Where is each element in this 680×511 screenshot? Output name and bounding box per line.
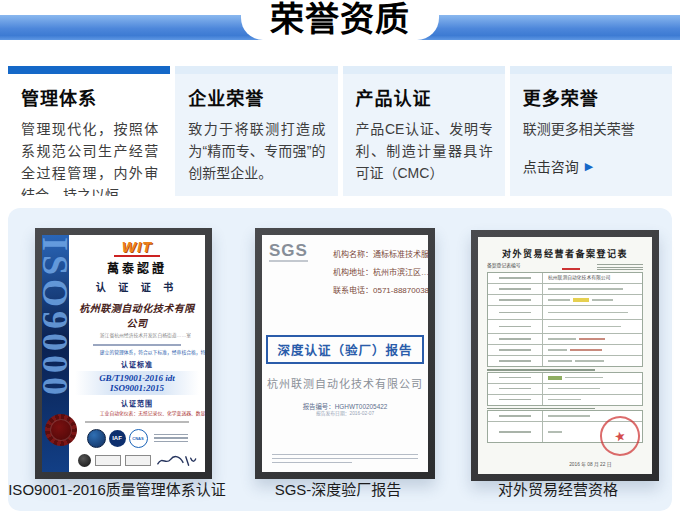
certificate-trade-registration: 对外贸易经营者备案登记表 备案登记表编号 杭州联测自动化技术有限公司 — [471, 230, 659, 481]
sgs-report-page: SGS 机构名称：通标标准技术服务有限公司杭州分公司 机构地址：杭州市滨江区……… — [262, 235, 428, 472]
signature-icon — [155, 453, 197, 469]
certificate-iso9001: ISO9000 WIT 萬泰認證 认 证 证 书 杭州联测自动化技术有限公司 浙… — [35, 228, 212, 479]
active-tab-bar — [8, 66, 170, 74]
sgs-logo: SGS — [269, 243, 308, 262]
table-row — [488, 373, 642, 383]
form-table: 杭州联测自动化技术有限公司 — [487, 272, 643, 367]
trade-form-page: 对外贸易经营者备案登记表 备案登记表编号 杭州联测自动化技术有限公司 — [478, 237, 652, 474]
scope-text: 工业自动化仪表：无纸记录仪、化学变送器、数显控制器的生产 — [100, 411, 174, 415]
tab-company-honors[interactable]: 企业荣誉 致力于将联测打造成为“精而专、专而强”的创新型企业。 — [175, 66, 337, 196]
table-row — [488, 294, 642, 305]
table-row — [488, 394, 642, 405]
logo-side-text-lines — [154, 434, 188, 443]
table-row — [488, 319, 642, 333]
wit-logo-underline — [114, 255, 160, 257]
table-row — [488, 333, 642, 344]
agency-phone-line: 联系电话：0571-88870038 — [333, 286, 428, 295]
agency-address-line: 机构地址：杭州市滨江区……产品园9号楼3楼 — [333, 268, 428, 277]
wit-globe-icon — [87, 429, 106, 448]
form-date: 2016 年 08 月 22 日 — [569, 462, 611, 466]
agency-name-line: 机构名称：通标标准技术服务有限公司杭州分公司 — [333, 250, 428, 259]
red-rosette-seal-icon — [45, 414, 77, 446]
table-row — [488, 355, 642, 366]
report-number: 报告编号：HGHWT00205422 — [279, 402, 412, 408]
feature-tabs: 管理体系 管理现代化，按照体系规范公司生产经营全过程管理，内外审结合，持之以恒。… — [8, 66, 672, 196]
iaf-logo-icon: IAF — [109, 430, 126, 447]
report-date: 报告发布日期：2016-02-07 — [295, 411, 395, 415]
fine-print-lines — [272, 451, 418, 463]
tab-product-certification[interactable]: 产品认证 产品CE认证、发明专利、制造计量器具许可证（CMC） — [343, 66, 505, 196]
certificate-sgs: SGS 机构名称：通标标准技术服务有限公司杭州分公司 机构地址：杭州市滨江区……… — [255, 228, 435, 479]
tab-more-honors[interactable]: 更多荣誉 联测更多相关荣誉 点击咨询 ▶ — [510, 66, 672, 196]
standard-label: 认证标准 — [75, 359, 199, 369]
caption-sgs: SGS-深度验厂报告 — [238, 478, 438, 499]
emblem-icon — [78, 454, 91, 467]
tab-bar — [343, 66, 505, 74]
audited-company-name: 杭州联测自动化技术有限公司 — [262, 375, 428, 391]
play-arrow-icon: ▶ — [585, 159, 593, 173]
highlight-chip — [548, 376, 562, 380]
certificate-notice: 建立的管理体系，符合以下标准，经审核合格，特发此证。 — [100, 350, 174, 354]
table-row — [488, 344, 642, 355]
tab-bar — [510, 66, 672, 74]
page-title: 荣誉资质 — [270, 0, 410, 38]
company-name-cell: 杭州联测自动化技术有限公司 — [548, 275, 610, 279]
highlight-chip — [573, 298, 589, 302]
certifier-name: 萬泰認證 — [75, 259, 199, 276]
consult-link-label: 点击咨询 — [523, 156, 579, 176]
wit-logo: WIT — [75, 240, 199, 254]
caption-iso9001: ISO9001-2016质量管理体系认证 — [8, 478, 226, 499]
iso9000-vertical-text: ISO9000 — [42, 237, 70, 399]
table-row — [488, 383, 642, 394]
registration-number-label: 备案登记表编号 — [487, 263, 521, 267]
feature-body: 产品CE认证、发明专利、制造计量器具许可证（CMC） — [356, 118, 493, 184]
credit-code-line — [93, 344, 181, 346]
form-header-notes — [597, 264, 643, 270]
certified-company-name: 杭州联测自动化技术有限公司 — [75, 300, 199, 330]
form-title: 对外贸易经营者备案登记表 — [478, 247, 652, 260]
caption-trade: 对外贸易经营资格 — [458, 478, 658, 499]
company-address: 浙江省杭州经济技术开发区白杨街道……室 — [100, 333, 174, 337]
stamp-box — [125, 455, 151, 466]
certificate-doc-title: 认 证 证 书 — [75, 279, 199, 294]
details-line — [85, 421, 189, 423]
form-section-line — [487, 408, 595, 410]
feature-body: 管理现代化，按照体系规范公司生产经营全过程管理，内外审结合，持之以恒。 — [21, 118, 158, 196]
standard-number: GB/T19001-2016 idt ISO9001:2015 — [75, 371, 199, 395]
iso-certificate-page: ISO9000 WIT 萬泰認證 认 证 证 书 杭州联测自动化技术有限公司 浙… — [42, 235, 205, 472]
table-row — [488, 283, 642, 294]
registration-number-value — [562, 268, 580, 270]
feature-heading: 产品认证 — [356, 84, 492, 110]
table-row: 杭州联测自动化技术有限公司 — [488, 273, 642, 283]
cnas-logo-icon: CNAS — [129, 429, 148, 448]
feature-body: 联测更多相关荣誉 — [523, 118, 660, 140]
tab-bar — [175, 66, 337, 74]
stamp-box — [95, 455, 121, 466]
seal-star-icon: ★ — [613, 427, 628, 444]
title-tab: 荣誉资质 — [241, 0, 439, 40]
form-table — [487, 372, 643, 406]
accreditation-logos: IAF CNAS — [75, 429, 199, 448]
feature-heading: 管理体系 — [21, 84, 157, 110]
report-title-box: 深度认证（验厂）报告 — [266, 335, 423, 364]
feature-body: 致力于将联测打造成为“精而专、专而强”的创新型企业。 — [188, 118, 325, 184]
sgs-agency-info: 机构名称：通标标准技术服务有限公司杭州分公司 机构地址：杭州市滨江区……产品园9… — [333, 243, 421, 297]
consult-link[interactable]: 点击咨询 ▶ — [523, 156, 659, 176]
scope-label: 认证范围 — [75, 398, 199, 408]
form-section-line — [487, 369, 595, 371]
certificates-panel: ISO9000 WIT 萬泰認證 认 证 证 书 杭州联测自动化技术有限公司 浙… — [8, 208, 672, 511]
feature-heading: 企业荣誉 — [188, 84, 324, 110]
table-row — [488, 305, 642, 319]
feature-heading: 更多荣誉 — [523, 84, 659, 110]
tab-management-system[interactable]: 管理体系 管理现代化，按照体系规范公司生产经营全过程管理，内外审结合，持之以恒。 — [8, 66, 170, 196]
